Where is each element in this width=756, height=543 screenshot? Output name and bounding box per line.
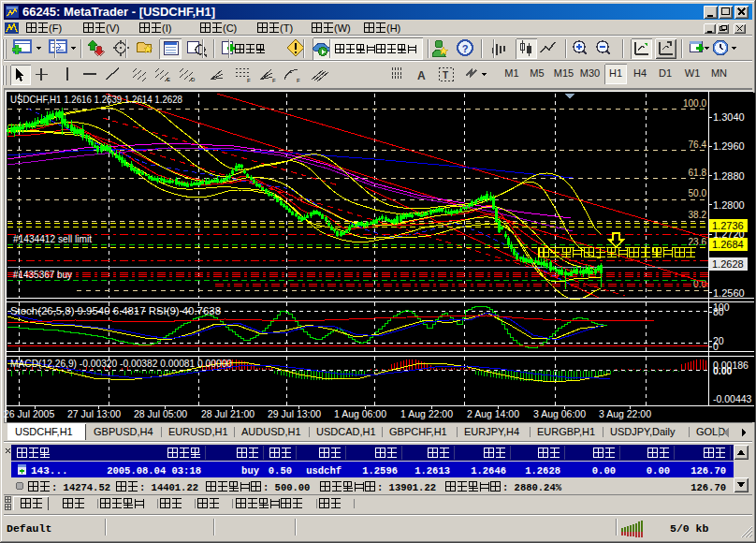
svg-text:(W): (W) <box>334 22 351 34</box>
svg-text:38.2: 38.2 <box>689 210 707 220</box>
svg-text:100.0: 100.0 <box>683 98 706 109</box>
svg-text:1 Aug 06:00: 1 Aug 06:00 <box>334 408 386 419</box>
svg-text:126.70: 126.70 <box>691 465 726 477</box>
svg-text:EURGBP,H1: EURGBP,H1 <box>537 426 595 437</box>
svg-text:2 Aug 14:00: 2 Aug 14:00 <box>467 408 519 419</box>
svg-text:AUDUSD,H1: AUDUSD,H1 <box>241 426 301 437</box>
svg-text:USDCAD,H1: USDCAD,H1 <box>316 426 376 437</box>
svg-text:1.2560: 1.2560 <box>713 287 745 299</box>
svg-text:buy: buy <box>241 465 260 477</box>
svg-text:MACD(12,26,9) -0.00320 -0.0038: MACD(12,26,9) -0.00320 -0.00382 0.00081 … <box>10 358 232 369</box>
svg-text:(V): (V) <box>106 22 120 34</box>
svg-text:USDJPY,Daily: USDJPY,Daily <box>610 426 676 437</box>
svg-text:: 2880.24%: : 2880.24% <box>502 482 562 493</box>
svg-text:MN: MN <box>711 67 727 79</box>
svg-text:0: 0 <box>713 341 719 352</box>
svg-text:(T): (T) <box>280 22 293 34</box>
svg-text:(C): (C) <box>223 22 237 34</box>
svg-text:?: ? <box>462 43 469 54</box>
svg-text:3 Aug 06:00: 3 Aug 06:00 <box>533 408 586 419</box>
svg-text:: 14401.22: : 14401.22 <box>139 482 198 493</box>
svg-text:61.8: 61.8 <box>689 168 707 178</box>
svg-text:#1435367 buy: #1435367 buy <box>13 269 72 280</box>
svg-text:28 Jul 21:00: 28 Jul 21:00 <box>201 408 254 419</box>
svg-text:1.3040: 1.3040 <box>713 111 745 123</box>
svg-text:EURUSD,H1: EURUSD,H1 <box>168 426 228 437</box>
svg-text:M30: M30 <box>580 67 600 79</box>
svg-text:Default: Default <box>7 522 51 535</box>
svg-text:26 Jul 2005: 26 Jul 2005 <box>4 408 54 419</box>
svg-text:1.2800: 1.2800 <box>713 199 745 211</box>
svg-text:: 13901.22: : 13901.22 <box>377 482 436 493</box>
svg-text:1.2684: 1.2684 <box>712 239 744 250</box>
svg-text:1.2960: 1.2960 <box>713 140 745 152</box>
svg-text:27 Jul 13:00: 27 Jul 13:00 <box>67 408 121 419</box>
svg-text:143...: 143... <box>31 465 68 477</box>
svg-text:D1: D1 <box>659 67 672 79</box>
svg-text:#1434412 sell limit: #1434412 sell limit <box>13 233 92 244</box>
svg-text:1.2613: 1.2613 <box>414 465 450 477</box>
svg-text:: 500.00: : 500.00 <box>263 482 310 493</box>
svg-text:T: T <box>443 70 448 81</box>
svg-text:29 Jul 13:00: 29 Jul 13:00 <box>268 408 321 419</box>
svg-text:F: F <box>247 78 251 83</box>
svg-text:66245: MetaTrader - [USDCHF,H1: 66245: MetaTrader - [USDCHF,H1] <box>22 6 215 19</box>
svg-text:GBPUSD,H4: GBPUSD,H4 <box>94 426 153 437</box>
svg-text:(I): (I) <box>162 22 171 34</box>
svg-text:F: F <box>272 78 276 83</box>
svg-text:USDCHF,H1: USDCHF,H1 <box>15 426 73 437</box>
svg-text:126.70: 126.70 <box>691 482 726 493</box>
svg-text:E: E <box>167 77 170 82</box>
svg-text:(H): (H) <box>386 22 400 34</box>
svg-text:1.2736: 1.2736 <box>712 220 744 231</box>
svg-text:0.00: 0.00 <box>647 465 670 477</box>
svg-text:F: F <box>297 78 300 83</box>
svg-text:USDCHF,H1 1.2616 1.2639 1.261: USDCHF,H1 1.2616 1.2639 1.2614 1.2628 <box>10 94 182 105</box>
svg-text:1.2628: 1.2628 <box>525 465 560 477</box>
svg-text:28 Jul 05:00: 28 Jul 05:00 <box>134 408 187 419</box>
svg-text:EURJPY,H4: EURJPY,H4 <box>464 426 519 437</box>
svg-text:2005.08.04 03:18: 2005.08.04 03:18 <box>107 465 201 477</box>
svg-text:M15: M15 <box>554 67 574 79</box>
svg-text:0.50: 0.50 <box>269 465 292 477</box>
svg-text:M5: M5 <box>530 67 544 79</box>
svg-text:Stoch(26,5,8) 9.9540 6.4817 R: Stoch(26,5,8) 9.9540 6.4817 RSI(9) 40.76… <box>10 305 221 316</box>
svg-text:D: D <box>191 77 196 82</box>
svg-text:1.2628: 1.2628 <box>712 258 744 270</box>
svg-text:1.2880: 1.2880 <box>713 170 745 182</box>
svg-text:0.00: 0.00 <box>713 365 733 376</box>
svg-text:(F): (F) <box>49 22 62 34</box>
svg-text:1.2596: 1.2596 <box>362 465 398 477</box>
svg-text:76.4: 76.4 <box>689 139 707 150</box>
svg-text:H4: H4 <box>633 67 647 79</box>
svg-text:0.00: 0.00 <box>592 465 616 477</box>
svg-text:5/0 kb: 5/0 kb <box>670 522 709 535</box>
svg-text:A: A <box>417 69 426 82</box>
svg-text:1.2646: 1.2646 <box>471 465 506 477</box>
svg-text:M1: M1 <box>504 67 518 79</box>
svg-text:80: 80 <box>713 306 724 317</box>
svg-text:-0.00443: -0.00443 <box>713 393 752 404</box>
svg-text:H1: H1 <box>609 67 622 79</box>
svg-text:3 Aug 22:00: 3 Aug 22:00 <box>599 408 651 419</box>
svg-text:GOLD: GOLD <box>696 426 725 437</box>
svg-text:1 Aug 22:00: 1 Aug 22:00 <box>400 408 453 419</box>
svg-text:usdchf: usdchf <box>306 465 342 477</box>
svg-text:W1: W1 <box>685 67 701 79</box>
svg-text:GBPCHF,H1: GBPCHF,H1 <box>389 426 447 437</box>
svg-text:: 14274.52: : 14274.52 <box>51 482 110 493</box>
svg-text:50.0: 50.0 <box>689 188 707 198</box>
